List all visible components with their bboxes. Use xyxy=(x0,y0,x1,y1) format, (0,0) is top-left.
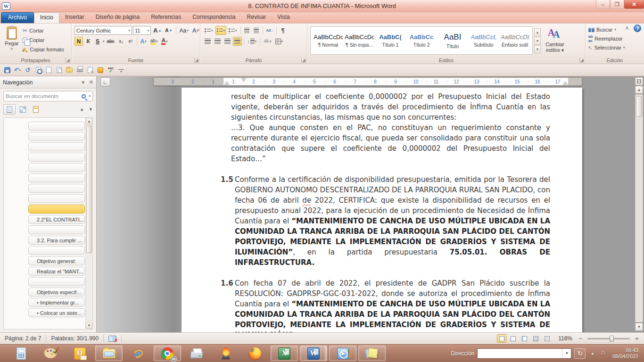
document-paragraph[interactable]: 1.6Con fecha 07 de abril de 2022, el pre… xyxy=(231,278,550,332)
scroll-down-arrow[interactable]: ▼ xyxy=(635,323,643,331)
nav-heading-item[interactable] xyxy=(28,142,85,151)
page-count[interactable]: Página: 2 de 7 xyxy=(0,335,46,343)
change-case-button[interactable]: Aa▾ xyxy=(178,26,190,35)
right-indent-marker[interactable] xyxy=(563,82,568,85)
vertical-scrollbar[interactable]: ▲ ▼ xyxy=(635,77,643,331)
customize-qat-button[interactable]: ▾ xyxy=(117,66,125,74)
previous-heading-arrow[interactable]: ▲ xyxy=(80,107,84,112)
style-item[interactable]: AaBbCcTítulo 2 xyxy=(406,28,437,53)
attach-file-button[interactable] xyxy=(55,66,63,74)
taskbar-firefox-button[interactable] xyxy=(241,346,269,361)
nav-scroll-up[interactable]: ▲ xyxy=(86,118,92,125)
tab-selector[interactable]: ∟ xyxy=(100,77,110,86)
nav-heading-item[interactable] xyxy=(28,194,85,203)
tab-archivo[interactable]: Archivo xyxy=(1,12,34,23)
align-center-button[interactable] xyxy=(213,37,222,46)
style-item[interactable]: AaBbCcLSubtítulo xyxy=(468,28,499,53)
grow-font-button[interactable]: A▲ xyxy=(152,26,163,35)
taskbar-outlook-button[interactable]: O xyxy=(66,346,93,361)
navigation-close-icon[interactable]: ✕ xyxy=(89,79,93,85)
taskbar-calculator-button[interactable] xyxy=(8,346,35,361)
format-painter-button[interactable]: Copiar formato xyxy=(23,46,64,53)
shrink-font-button[interactable]: A▼ xyxy=(164,26,173,35)
align-left-button[interactable] xyxy=(203,37,212,46)
nav-heading-item[interactable]: • Implementar gr... xyxy=(28,298,85,307)
tab-vista[interactable]: Vista xyxy=(272,12,295,23)
close-button[interactable]: ✕ xyxy=(624,0,644,9)
shading-button[interactable]: ▾ xyxy=(262,37,273,46)
nav-heading-item[interactable] xyxy=(28,277,85,286)
paste-button[interactable]: Pegar ▾ xyxy=(2,25,22,56)
horizontal-ruler[interactable]: 321 1234567891011121314151617 xyxy=(153,77,582,86)
underline-dropdown[interactable]: ▾ xyxy=(103,40,105,43)
nav-heading-item[interactable] xyxy=(28,132,85,141)
cut-button[interactable]: ✂Cortar xyxy=(23,27,64,34)
first-line-indent-marker[interactable] xyxy=(241,78,246,81)
style-item[interactable]: AaBbCcDc¶ Sin espa... xyxy=(344,28,375,53)
zoom-slider-thumb[interactable] xyxy=(610,336,614,342)
save-button[interactable] xyxy=(3,66,11,74)
highlight-button[interactable]: ab▾ xyxy=(149,37,159,46)
insert-object-button[interactable] xyxy=(96,66,105,74)
nav-heading-item[interactable] xyxy=(28,246,85,255)
address-go-button[interactable]: ↻ xyxy=(574,348,586,359)
spelling-grammar-button[interactable]: ABC✓ xyxy=(107,66,115,74)
nav-heading-item[interactable] xyxy=(28,122,85,131)
web-layout-button[interactable] xyxy=(520,334,529,343)
nav-heading-item[interactable] xyxy=(28,153,85,162)
align-right-button[interactable] xyxy=(223,37,232,46)
nav-heading-item[interactable] xyxy=(28,205,85,214)
nav-heading-item[interactable] xyxy=(28,163,85,172)
navigation-search-input[interactable]: Buscar en documento ▾ xyxy=(3,91,93,101)
address-input[interactable]: ▼ xyxy=(477,348,571,359)
multilevel-list-button[interactable]: ▾ xyxy=(227,26,239,35)
replace-button[interactable]: abacReemplazar xyxy=(588,35,625,42)
select-button[interactable]: ↖Seleccionar▾ xyxy=(588,44,625,51)
justify-button[interactable] xyxy=(233,37,242,46)
styles-more[interactable]: ▼ xyxy=(534,45,541,53)
navigation-menu-arrow[interactable]: ▼ xyxy=(81,80,85,85)
tab-referencias[interactable]: Referencias xyxy=(145,12,187,23)
tab-inicio[interactable]: Inicio xyxy=(34,12,59,23)
nav-heading-item[interactable]: Objetivo general: xyxy=(28,256,85,265)
find-button[interactable]: Buscar▾ xyxy=(588,26,625,33)
document-page[interactable]: resulte de multiplicar el coeficiente 0,… xyxy=(182,88,582,332)
styles-scroll-down[interactable]: ▼ xyxy=(534,37,541,45)
nav-heading-item[interactable]: • Colocar un siste... xyxy=(28,308,85,317)
style-item[interactable]: AaBbCcDc¶ Normal xyxy=(313,28,344,53)
zoom-in-button[interactable]: + xyxy=(634,335,640,342)
outline-view-button[interactable] xyxy=(531,334,540,343)
font-size-combo[interactable]: 11▾ xyxy=(133,26,151,35)
italic-button[interactable]: K xyxy=(84,37,92,46)
document-paragraph[interactable]: resulte de multiplicar el coeficiente 0,… xyxy=(231,91,550,123)
nav-heading-item[interactable]: 2.2″EL CONTRATI... xyxy=(28,215,85,224)
redo-button[interactable]: ↺ xyxy=(24,66,32,74)
restore-button[interactable]: ❐ xyxy=(610,0,624,9)
font-dialog-launcher[interactable]: ◢ xyxy=(194,58,199,63)
tab-correspondencia[interactable]: Correspondencia xyxy=(187,12,241,23)
hanging-indent-marker[interactable] xyxy=(224,82,229,85)
proofing-status[interactable] xyxy=(104,335,122,343)
paragraph-dialog-launcher[interactable]: ◢ xyxy=(301,58,306,63)
new-document-button[interactable] xyxy=(44,66,53,74)
word-app-icon[interactable]: W xyxy=(2,2,10,10)
change-styles-button[interactable]: AA Cambiarestilos ▾ xyxy=(541,25,569,56)
tab-dise-o-de-p-gina[interactable]: Diseño de página xyxy=(90,12,145,23)
scroll-up-arrow[interactable]: ▲ xyxy=(635,86,643,94)
style-item[interactable]: AaBbC(Título 1 xyxy=(375,28,406,53)
taskbar-wmp-button[interactable]: ▶ xyxy=(329,346,356,361)
minimize-button[interactable]: – xyxy=(596,0,610,9)
sort-button[interactable]: AZ↓ xyxy=(265,26,275,35)
taskbar-scanner-button[interactable] xyxy=(183,346,210,361)
increase-indent-button[interactable] xyxy=(252,26,261,35)
nav-scroll-down[interactable]: ▼ xyxy=(86,322,92,329)
copy-button[interactable]: Copiar xyxy=(23,36,64,44)
next-heading-arrow[interactable]: ▼ xyxy=(89,107,93,112)
taskbar-explorer-button[interactable] xyxy=(95,346,123,361)
nav-heading-item[interactable]: Realizar el ″MANT... xyxy=(28,267,85,276)
nav-tab-results[interactable] xyxy=(30,104,42,115)
taskbar-clock[interactable]: 16:43 08/04/2022 xyxy=(610,347,641,360)
font-family-combo[interactable]: Century Gothic▾ xyxy=(74,26,132,35)
nav-heading-item[interactable]: 3.2. Para cumplir ... xyxy=(28,236,85,245)
open-button[interactable] xyxy=(65,66,74,74)
